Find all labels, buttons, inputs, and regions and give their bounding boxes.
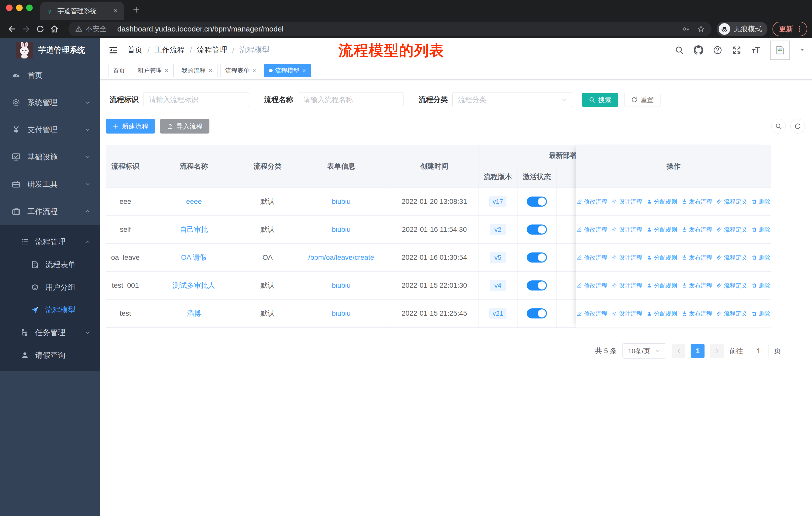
tag-my-process[interactable]: 我的流程 — [177, 64, 218, 77]
action-process-definition[interactable]: 流程定义 — [717, 198, 747, 206]
password-key-icon[interactable] — [682, 25, 690, 33]
sidebar-item-process-model[interactable]: 流程模型 — [0, 299, 100, 321]
current-page-button[interactable]: 1 — [691, 344, 704, 358]
action-publish-process[interactable]: 发布流程 — [682, 282, 712, 290]
tag-process-form[interactable]: 流程表单 — [221, 64, 261, 77]
tag-tenant-management[interactable]: 租户管理 — [133, 64, 174, 77]
action-publish-process[interactable]: 发布流程 — [682, 254, 712, 262]
home-icon[interactable] — [47, 22, 61, 36]
avatar[interactable] — [770, 40, 790, 60]
sidebar-item-workflow[interactable]: 工作流程 — [0, 198, 100, 225]
action-delete[interactable]: 删除 — [752, 254, 771, 262]
app-logo-row[interactable]: 芋道管理系统 — [0, 38, 100, 62]
next-page-button[interactable] — [710, 344, 724, 358]
action-publish-process[interactable]: 发布流程 — [682, 310, 712, 318]
form-info-link[interactable]: biubiu — [332, 225, 351, 234]
new-tab-button[interactable] — [132, 5, 141, 15]
toggle-search-button[interactable] — [771, 119, 786, 134]
action-edit-process[interactable]: 修改流程 — [577, 310, 607, 318]
form-info-link[interactable]: biubiu — [332, 281, 351, 290]
page-size-select[interactable]: 10条/页 — [622, 344, 666, 358]
github-icon[interactable] — [694, 45, 703, 55]
tag-home[interactable]: 首页 — [108, 64, 130, 77]
active-toggle[interactable] — [527, 308, 547, 319]
action-delete[interactable]: 删除 — [752, 226, 771, 234]
tag-process-model[interactable]: 流程模型 — [264, 64, 311, 77]
action-assign-rule[interactable]: 分配规则 — [647, 310, 677, 318]
action-process-definition[interactable]: 流程定义 — [717, 254, 747, 262]
browser-menu-kebab-icon[interactable] — [795, 25, 803, 33]
action-assign-rule[interactable]: 分配规则 — [647, 226, 677, 234]
process-category-select[interactable]: 流程分类 — [452, 92, 573, 107]
sidebar-item-payment-management[interactable]: 支付管理 — [0, 116, 100, 143]
reset-button[interactable]: 重置 — [624, 93, 661, 107]
action-edit-process[interactable]: 修改流程 — [577, 282, 607, 290]
sidebar-collapse-icon[interactable] — [108, 45, 118, 55]
tag-close-icon[interactable] — [208, 68, 213, 73]
form-info-link[interactable]: /bpm/oa/leave/create — [308, 253, 374, 262]
browser-tab[interactable]: 芋道管理系统 — [40, 2, 124, 20]
process-name-link[interactable]: 测试多审批人 — [173, 281, 215, 290]
window-minimize-button[interactable] — [16, 4, 23, 11]
action-edit-process[interactable]: 修改流程 — [577, 226, 607, 234]
browser-update-button[interactable]: 更新 — [773, 22, 807, 36]
form-info-link[interactable]: biubiu — [332, 309, 351, 318]
action-delete[interactable]: 删除 — [752, 198, 771, 206]
import-process-button[interactable]: 导入流程 — [160, 119, 209, 134]
tag-close-icon[interactable] — [302, 68, 306, 73]
sidebar-item-dev-tools[interactable]: 研发工具 — [0, 170, 100, 198]
process-name-link[interactable]: eeee — [186, 197, 202, 206]
process-name-link[interactable]: OA 请假 — [181, 253, 207, 262]
active-toggle[interactable] — [527, 280, 547, 291]
window-close-button[interactable] — [6, 4, 12, 11]
action-process-definition[interactable]: 流程定义 — [717, 310, 747, 318]
action-design-process[interactable]: 设计流程 — [612, 310, 642, 318]
action-design-process[interactable]: 设计流程 — [612, 226, 642, 234]
action-publish-process[interactable]: 发布流程 — [682, 198, 712, 206]
action-design-process[interactable]: 设计流程 — [612, 254, 642, 262]
fullscreen-icon[interactable] — [732, 45, 742, 55]
forward-icon[interactable] — [19, 22, 33, 36]
help-question-icon[interactable] — [713, 45, 722, 55]
action-design-process[interactable]: 设计流程 — [612, 282, 642, 290]
sidebar-item-process-management[interactable]: 流程管理 — [0, 230, 100, 253]
action-publish-process[interactable]: 发布流程 — [682, 226, 712, 234]
form-info-link[interactable]: biubiu — [332, 197, 351, 206]
refresh-table-button[interactable] — [790, 119, 805, 134]
active-toggle[interactable] — [527, 224, 547, 235]
prev-page-button[interactable] — [672, 344, 686, 358]
create-process-button[interactable]: 新建流程 — [106, 119, 155, 134]
action-design-process[interactable]: 设计流程 — [612, 198, 642, 206]
goto-page-input[interactable] — [749, 344, 768, 358]
address-bar[interactable]: 不安全 dashboard.yudao.iocoder.cn/bpm/manag… — [68, 22, 712, 36]
tag-close-icon[interactable] — [164, 68, 169, 73]
window-zoom-button[interactable] — [26, 4, 33, 11]
action-edit-process[interactable]: 修改流程 — [577, 198, 607, 206]
reload-icon[interactable] — [33, 22, 47, 36]
action-process-definition[interactable]: 流程定义 — [717, 226, 747, 234]
action-assign-rule[interactable]: 分配规则 — [647, 282, 677, 290]
sidebar-item-leave-query[interactable]: 请假查询 — [0, 344, 100, 366]
search-icon[interactable] — [674, 45, 684, 55]
action-assign-rule[interactable]: 分配规则 — [647, 198, 677, 206]
action-delete[interactable]: 删除 — [752, 282, 771, 290]
action-edit-process[interactable]: 修改流程 — [577, 254, 607, 262]
action-process-definition[interactable]: 流程定义 — [717, 282, 747, 290]
process-key-input[interactable] — [143, 92, 249, 107]
tag-close-icon[interactable] — [252, 68, 257, 73]
back-icon[interactable] — [5, 22, 19, 36]
tab-close-icon[interactable] — [113, 8, 118, 13]
bookmark-star-icon[interactable] — [697, 25, 705, 33]
sidebar-item-task-management[interactable]: 任务管理 — [0, 321, 100, 344]
search-button[interactable]: 搜索 — [582, 93, 618, 107]
font-size-icon[interactable] — [751, 45, 761, 55]
avatar-caret-down-icon[interactable] — [800, 47, 805, 53]
breadcrumb-workflow[interactable]: 工作流程 — [154, 45, 185, 55]
sidebar-item-process-form[interactable]: 流程表单 — [0, 253, 100, 276]
active-toggle[interactable] — [527, 196, 547, 207]
active-toggle[interactable] — [527, 252, 547, 263]
action-delete[interactable]: 删除 — [752, 310, 771, 318]
breadcrumb-home[interactable]: 首页 — [127, 45, 142, 55]
breadcrumb-process-management[interactable]: 流程管理 — [197, 45, 227, 55]
sidebar-item-infrastructure[interactable]: 基础设施 — [0, 143, 100, 170]
